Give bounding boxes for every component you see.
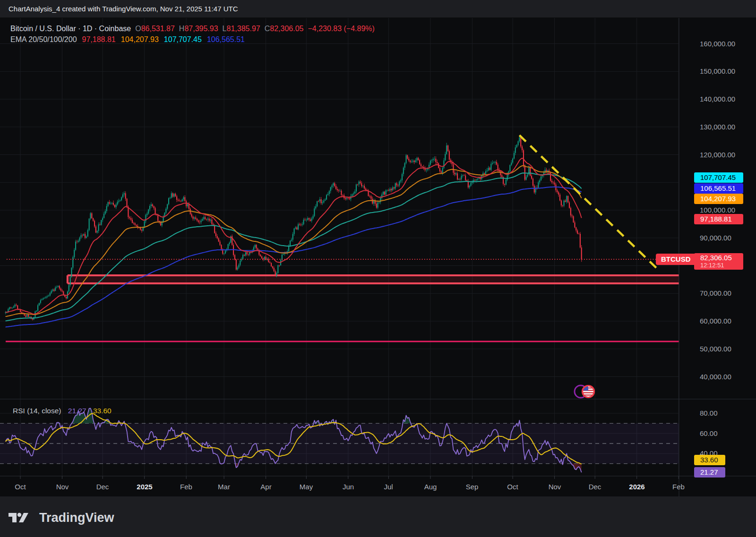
- ohlc-value: 86,531.87: [141, 25, 175, 33]
- rsi-tick: 80.00: [700, 409, 718, 418]
- change-value: −4,230.83 (−4.89%): [308, 25, 374, 33]
- window-title-bar: ChartAnalysis_4 created with TradingView…: [0, 0, 756, 17]
- chart-legend: Bitcoin / U.S. Dollar · 1D · CoinbaseO86…: [10, 23, 375, 45]
- rsi-current-value: 21.27: [68, 407, 86, 415]
- price-tick: 150,000.00: [700, 67, 735, 76]
- price-tick: 60,000.00: [700, 317, 731, 325]
- ohlc-value: 82,306.05: [270, 25, 303, 33]
- time-axis-label: Jul: [384, 483, 393, 491]
- time-axis-label: Feb: [180, 483, 192, 491]
- us-flag-icon: [583, 386, 593, 397]
- tradingview-logo-icon: [8, 511, 30, 525]
- ema20-price-label: 97,188.81: [694, 214, 743, 224]
- ema-study-title: EMA 20/50/100/200: [10, 35, 77, 43]
- chart-canvas[interactable]: [0, 0, 756, 537]
- time-axis-label: Feb: [672, 483, 685, 491]
- rsi-ma-value: 33.60: [93, 407, 112, 415]
- price-tick: 120,000.00: [700, 151, 735, 159]
- ohlc-letter: H: [179, 25, 185, 33]
- price-tick: 130,000.00: [700, 123, 735, 131]
- footer-bar: TradingView: [0, 497, 756, 537]
- rsi-study-title: RSI (14, close): [13, 407, 61, 415]
- symbol-price-tag: BTCUSD: [656, 254, 696, 265]
- time-tick-stubs: [20, 476, 679, 479]
- ohlc-letter: L: [223, 25, 227, 33]
- last-price-value: 82,306.05: [700, 253, 743, 262]
- bar-countdown: 12:12:51: [700, 262, 743, 269]
- tradingview-logo-text: TradingView: [39, 511, 114, 525]
- ema50-line: [6, 166, 582, 316]
- symbol-title: Bitcoin / U.S. Dollar · 1D · Coinbase: [10, 25, 131, 33]
- ema200-price-label: 106,565.51: [694, 183, 743, 194]
- tradingview-logo[interactable]: TradingView: [8, 511, 117, 525]
- ohlc-value: 87,395.93: [184, 25, 218, 33]
- time-axis-label: 2026: [629, 483, 644, 491]
- time-axis-label: Nov: [56, 483, 69, 491]
- time-axis-label: Sep: [466, 483, 479, 491]
- ema100-price-label: 107,707.45: [694, 172, 743, 183]
- time-axis-label: May: [300, 483, 313, 491]
- legend-ema-row[interactable]: EMA 20/50/100/20097,188.81104,207.93107,…: [10, 34, 375, 45]
- rsi-value-label: 21.27: [694, 467, 725, 477]
- time-axis-label: Jun: [343, 483, 354, 491]
- candle-bodies-down: [10, 137, 582, 319]
- last-price-label: 82,306.0512:12:51: [694, 253, 743, 270]
- ema200-line: [6, 187, 582, 327]
- price-tick: 90,000.00: [700, 234, 731, 242]
- price-tick: 140,000.00: [700, 95, 735, 103]
- candle-wicks-up: [6, 136, 567, 320]
- rsi-ma-label: 33.60: [694, 455, 725, 465]
- candle-wicks-down: [11, 136, 582, 320]
- time-axis-label: Mar: [218, 483, 230, 491]
- price-tick: 40,000.00: [700, 373, 731, 381]
- ema-values: 97,188.81104,207.93107,707.45106,565.51: [77, 35, 245, 43]
- window-title: ChartAnalysis_4 created with TradingView…: [9, 5, 238, 13]
- time-axis-label: Nov: [549, 483, 561, 491]
- downtrend-dashed-line: [519, 135, 660, 271]
- rsi-tick: 60.00: [700, 429, 718, 438]
- time-axis-label: Oct: [507, 483, 518, 491]
- ema200-legend-value: 106,565.51: [207, 35, 245, 43]
- candle-bodies-up: [5, 137, 567, 319]
- time-axis-label: Dec: [589, 483, 601, 491]
- time-axis-label: Dec: [96, 483, 109, 491]
- price-tick: 50,000.00: [700, 345, 731, 353]
- rsi-study-row[interactable]: RSI (14, close) 21.27 33.60: [13, 407, 112, 415]
- time-axis-label: Apr: [260, 483, 271, 491]
- time-axis-label: Oct: [15, 483, 26, 491]
- support-zone-fill: [68, 275, 679, 283]
- price-tick: 160,000.00: [700, 40, 735, 48]
- ohlc-letter: O: [135, 25, 141, 33]
- rsi-oversold-fill: [6, 464, 582, 473]
- ohlc-letter: C: [265, 25, 270, 33]
- legend-symbol-row[interactable]: Bitcoin / U.S. Dollar · 1D · CoinbaseO86…: [10, 23, 375, 34]
- ema50-legend-value: 104,207.93: [121, 35, 159, 43]
- time-axis-label: Aug: [424, 483, 437, 491]
- time-axis-label: 2025: [137, 483, 152, 491]
- price-tick: 70,000.00: [700, 289, 731, 298]
- ohlc-value: 81,385.97: [227, 25, 260, 33]
- ema100-legend-value: 107,707.45: [164, 35, 202, 43]
- ohlc-values: O86,531.87H87,395.93L81,385.97C82,306.05: [131, 25, 303, 33]
- price-tick: 100,000.00: [700, 206, 735, 214]
- ema20-line: [6, 158, 582, 314]
- ema50-price-label: 104,207.93: [694, 194, 743, 204]
- ema20-legend-value: 97,188.81: [82, 35, 116, 43]
